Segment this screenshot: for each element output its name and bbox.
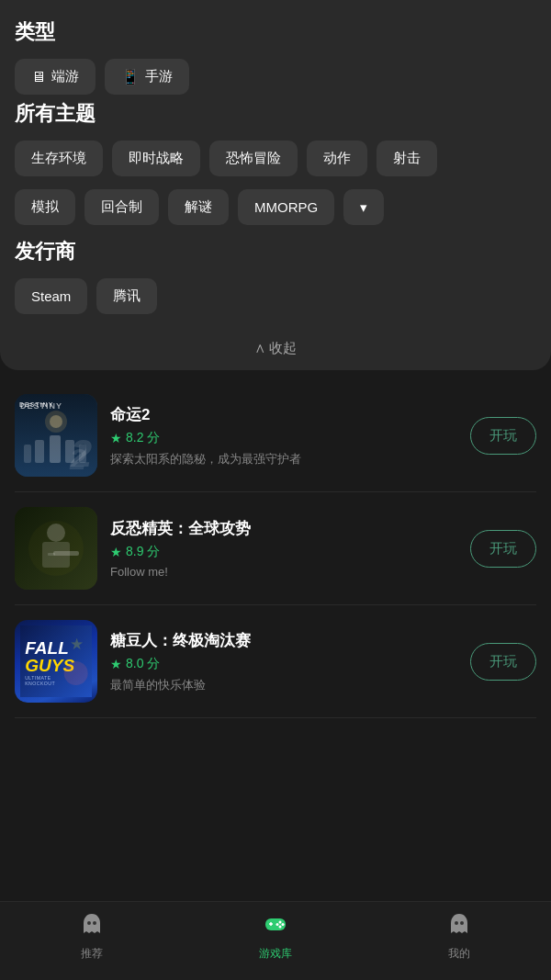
gamepad-icon xyxy=(263,911,288,942)
tencent-publisher-btn[interactable]: 腾讯 xyxy=(96,278,157,314)
ghost-icon xyxy=(79,911,105,942)
theme-sim-btn[interactable]: 模拟 xyxy=(15,189,75,225)
mobile-game-button[interactable]: 📱 手游 xyxy=(105,59,189,95)
svg-rect-7 xyxy=(79,445,86,463)
game-rating-fallguys: ★ 8.0 分 xyxy=(110,656,457,672)
game-desc-fallguys: 最简单的快乐体验 xyxy=(110,677,457,693)
svg-rect-5 xyxy=(50,435,61,463)
svg-text:FALL: FALL xyxy=(25,638,69,658)
svg-point-31 xyxy=(276,923,279,926)
type-buttons-row: 🖥 端游 📱 手游 xyxy=(15,59,536,95)
fallguys-art-svg: FALL GUYS ULTIMATE KNOCKOUT ★ xyxy=(20,625,92,697)
theme-action-btn[interactable]: 动作 xyxy=(307,141,367,176)
game-rating-csgo: ★ 8.9 分 xyxy=(110,544,457,560)
theme-section-title: 所有主题 xyxy=(15,100,536,128)
game-desc-destiny2: 探索太阳系的隐秘，成为最强守护者 xyxy=(110,451,457,467)
svg-point-15 xyxy=(28,521,84,576)
profile-ghost-icon xyxy=(446,911,472,942)
nav-item-library[interactable]: 游戏库 xyxy=(239,911,312,962)
game-rating-destiny2: ★ 8.2 分 xyxy=(110,430,457,446)
game-item-fallguys: FALL GUYS ULTIMATE KNOCKOUT ★ 糖豆人：终极淘汰赛 … xyxy=(15,605,536,718)
svg-rect-27 xyxy=(270,922,272,926)
steam-publisher-btn[interactable]: Steam xyxy=(15,278,87,314)
svg-rect-3 xyxy=(24,445,31,463)
game-info-csgo: 反恐精英：全球攻势 ★ 8.9 分 Follow me! xyxy=(110,518,457,579)
nav-item-mine[interactable]: 我的 xyxy=(422,911,496,962)
svg-text:DESTINY: DESTINY xyxy=(19,401,53,408)
chevron-down-icon: ▾ xyxy=(360,199,367,216)
nav-label-library: 游戏库 xyxy=(259,946,292,962)
destiny-art-svg: DESTINY 2 xyxy=(15,394,97,477)
game-name-fallguys: 糖豆人：终极淘汰赛 xyxy=(110,630,457,651)
theme-puzzle-btn[interactable]: 解谜 xyxy=(168,189,229,225)
star-icon-csgo: ★ xyxy=(110,545,122,559)
csgo-art-svg xyxy=(15,507,97,590)
game-name-csgo: 反恐精英：全球攻势 xyxy=(110,518,457,539)
theme-buttons-row: 生存环境 即时战略 恐怖冒险 动作 射击 xyxy=(15,141,536,176)
game-name-destiny2: 命运2 xyxy=(110,404,457,425)
svg-text:ULTIMATE: ULTIMATE xyxy=(25,675,51,681)
filter-panel: 类型 🖥 端游 📱 手游 所有主题 生存环境 即时战略 恐怖冒险 动作 射击 模… xyxy=(0,0,551,370)
svg-point-23 xyxy=(87,921,91,925)
svg-rect-6 xyxy=(65,440,74,463)
collapse-label: ∧ 收起 xyxy=(254,340,297,357)
theme-turnbased-btn[interactable]: 回合制 xyxy=(84,189,159,225)
svg-text:2: 2 xyxy=(69,443,86,476)
phone-icon: 📱 xyxy=(121,68,140,85)
game-thumb-fallguys: FALL GUYS ULTIMATE KNOCKOUT ★ xyxy=(15,620,97,703)
bottom-navigation: 推荐 游戏库 我的 xyxy=(0,901,551,980)
theme-more-btn[interactable]: ▾ xyxy=(343,189,384,225)
type-section-title: 类型 xyxy=(15,18,536,46)
game-item-csgo: 反恐精英：全球攻势 ★ 8.9 分 Follow me! 开玩 xyxy=(15,492,536,605)
svg-text:★: ★ xyxy=(70,635,84,653)
theme-shooter-btn[interactable]: 射击 xyxy=(377,141,437,176)
game-list: DESTINY 2 命运2 ★ 8.2 分 探索太阳系的隐秘，成为最强守护者 开… xyxy=(0,370,551,901)
theme-mmorpg-btn[interactable]: MMORPG xyxy=(238,189,334,225)
play-button-fallguys[interactable]: 开玩 xyxy=(470,643,536,681)
publisher-buttons-row: Steam 腾讯 xyxy=(15,278,536,314)
play-button-csgo[interactable]: 开玩 xyxy=(470,530,536,568)
star-icon-fallguys: ★ xyxy=(110,657,122,671)
theme-rts-btn[interactable]: 即时战略 xyxy=(112,141,200,176)
svg-point-28 xyxy=(279,921,282,924)
pc-game-button[interactable]: 🖥 端游 xyxy=(15,59,96,95)
svg-point-30 xyxy=(279,926,282,929)
svg-point-33 xyxy=(460,921,464,925)
game-desc-csgo: Follow me! xyxy=(110,565,457,579)
game-thumb-csgo xyxy=(15,507,97,590)
game-thumb-destiny2: DESTINY 2 xyxy=(15,394,97,477)
collapse-button[interactable]: ∧ 收起 xyxy=(15,327,536,370)
star-icon: ★ xyxy=(110,431,122,445)
svg-point-22 xyxy=(64,661,88,685)
svg-point-2 xyxy=(50,415,62,428)
game-item-destiny2: DESTINY 2 命运2 ★ 8.2 分 探索太阳系的隐秘，成为最强守护者 开… xyxy=(15,379,536,492)
svg-point-29 xyxy=(282,923,285,926)
nav-item-recommend[interactable]: 推荐 xyxy=(55,911,129,962)
monitor-icon: 🖥 xyxy=(31,69,46,85)
svg-text:KNOCKOUT: KNOCKOUT xyxy=(25,681,55,686)
svg-point-24 xyxy=(93,921,96,925)
play-button-destiny2[interactable]: 开玩 xyxy=(470,417,536,455)
game-info-fallguys: 糖豆人：终极淘汰赛 ★ 8.0 分 最简单的快乐体验 xyxy=(110,630,457,693)
theme-horror-btn[interactable]: 恐怖冒险 xyxy=(209,141,298,176)
game-info-destiny2: 命运2 ★ 8.2 分 探索太阳系的隐秘，成为最强守护者 xyxy=(110,404,457,467)
theme-buttons-row2: 模拟 回合制 解谜 MMORPG ▾ xyxy=(15,189,536,225)
publisher-section-title: 发行商 xyxy=(15,238,536,265)
svg-rect-4 xyxy=(35,440,44,463)
nav-label-mine: 我的 xyxy=(448,946,470,962)
theme-survival-btn[interactable]: 生存环境 xyxy=(15,141,103,176)
nav-label-recommend: 推荐 xyxy=(81,946,103,962)
svg-point-32 xyxy=(455,921,458,925)
